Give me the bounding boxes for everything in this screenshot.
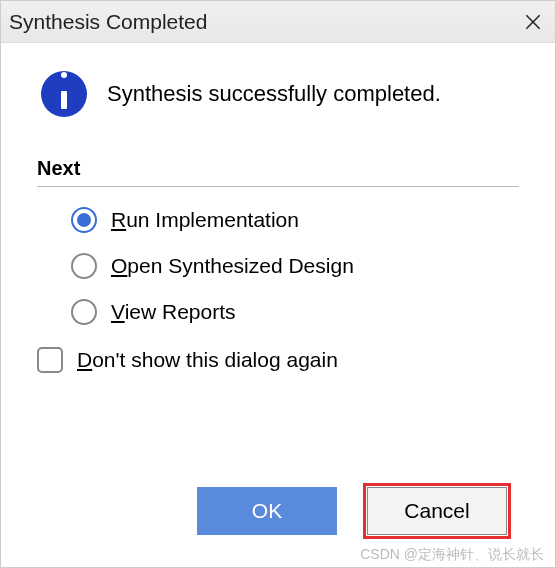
dialog-content: Synthesis successfully completed. Next R… xyxy=(1,43,555,567)
next-heading: Next xyxy=(37,157,519,180)
divider xyxy=(37,186,519,187)
checkbox-icon xyxy=(37,347,63,373)
info-icon xyxy=(41,71,87,117)
button-row: OK Cancel xyxy=(37,487,519,547)
close-icon xyxy=(523,12,543,32)
radio-open-synthesized-design[interactable]: Open Synthesized Design xyxy=(71,253,519,279)
ok-button[interactable]: OK xyxy=(197,487,337,535)
checkbox-dont-show-again[interactable]: Don't show this dialog again xyxy=(37,347,519,373)
checkbox-label: Don't show this dialog again xyxy=(77,348,338,372)
message-row: Synthesis successfully completed. xyxy=(37,71,519,117)
radio-run-implementation[interactable]: Run Implementation xyxy=(71,207,519,233)
options-group: Run Implementation Open Synthesized Desi… xyxy=(37,207,519,325)
message-text: Synthesis successfully completed. xyxy=(107,81,441,107)
radio-label: Open Synthesized Design xyxy=(111,254,354,278)
radio-icon xyxy=(71,207,97,233)
radio-label: Run Implementation xyxy=(111,208,299,232)
radio-label: View Reports xyxy=(111,300,236,324)
titlebar: Synthesis Completed xyxy=(1,1,555,43)
radio-view-reports[interactable]: View Reports xyxy=(71,299,519,325)
radio-icon xyxy=(71,299,97,325)
dialog-title: Synthesis Completed xyxy=(9,10,207,34)
cancel-button[interactable]: Cancel xyxy=(367,487,507,535)
close-button[interactable] xyxy=(519,8,547,36)
radio-icon xyxy=(71,253,97,279)
dialog: Synthesis Completed Synthesis successful… xyxy=(0,0,556,568)
